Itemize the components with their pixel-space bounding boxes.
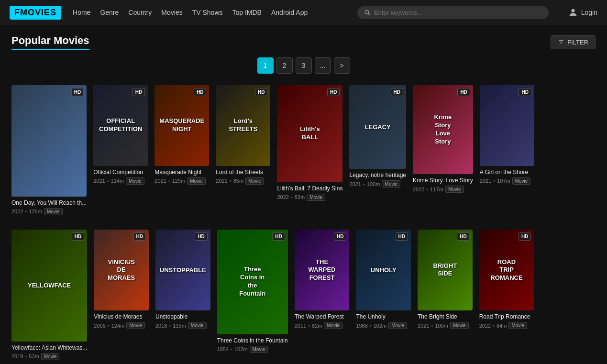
movie-card[interactable]: THE WARPED FOREST HD The Warped Forest 2…: [295, 230, 350, 360]
movie-year: 2022: [11, 209, 23, 214]
movie-type-badge: Movie: [324, 322, 342, 329]
movie-type-badge: Movie: [126, 322, 145, 329]
movie-grid-row2: YELLOWFACE HD Yellowface: Asian Whitewas…: [11, 230, 596, 360]
movie-meta: 2021 • 100m Movie: [418, 322, 473, 329]
movie-meta: 2019 • 53m Movie: [11, 353, 87, 360]
movie-title: One Day, You Will Reach th...: [11, 199, 87, 206]
movie-card[interactable]: HD A Girl on the Shore 2021 • 107m Movie: [480, 85, 534, 215]
svg-point-0: [365, 11, 369, 14]
movie-card[interactable]: YELLOWFACE HD Yellowface: Asian Whitewas…: [11, 230, 87, 360]
movie-meta: 2021 • 129m Movie: [155, 177, 209, 185]
movie-year: 1954: [217, 346, 229, 352]
page-header: Popular Movies FILTER: [11, 34, 596, 50]
user-icon: [568, 7, 578, 18]
movie-card[interactable]: Lord's STREETS HD Lord of the Streets 20…: [216, 85, 270, 215]
login-label[interactable]: Login: [581, 9, 597, 16]
movie-title: Lord of the Streets: [216, 169, 270, 176]
movie-card[interactable]: Lilith's BALL HD Lilith's Ball: 7 Deadly…: [277, 85, 342, 215]
meta-dot: •: [493, 178, 495, 184]
nav-country[interactable]: Country: [128, 9, 152, 16]
movie-year: 2019: [11, 353, 23, 359]
meta-dot: •: [25, 353, 27, 359]
movie-type-badge: Movie: [508, 322, 527, 329]
movie-meta: 2022 • 84m Movie: [479, 322, 534, 329]
movie-grid-row1: HD One Day, You Will Reach th... 2022 • …: [11, 85, 596, 215]
movie-duration: 100m: [435, 323, 448, 329]
movie-title: Vinicius de Moraes: [94, 313, 149, 320]
movie-title: The Unholy: [356, 313, 411, 320]
movie-year: 2018: [155, 323, 167, 329]
movie-title: A Girl on the Shore: [480, 169, 534, 176]
page-title: Popular Movies: [11, 34, 89, 50]
meta-dot: •: [370, 323, 372, 329]
movie-card[interactable]: ROAD TRIP ROMANCE HD Road Trip Romance 2…: [479, 230, 534, 360]
movie-card[interactable]: BRIGHT SIDE HD The Bright Side 2021 • 10…: [418, 230, 473, 360]
nav-tvshows[interactable]: TV Shows: [192, 9, 223, 16]
page-btn-3[interactable]: 3: [296, 57, 312, 74]
movie-year: 2021: [349, 181, 361, 187]
movie-card[interactable]: UNSTOPPABLE HD Unstoppable 2018 • 115m M…: [155, 230, 210, 360]
meta-dot: •: [308, 323, 310, 329]
search-input[interactable]: [374, 9, 542, 16]
meta-dot: •: [363, 181, 365, 187]
movie-duration: 107m: [497, 178, 510, 184]
movie-type-badge: Movie: [250, 346, 268, 353]
nav-topimdb[interactable]: Top IMDB: [232, 9, 262, 16]
filter-icon: [558, 39, 564, 45]
movie-card[interactable]: LEGACY HD Legacy, notre héritage 2021 • …: [349, 85, 406, 215]
movie-card[interactable]: UNHOLY HD The Unholy 1988 • 102m Movie: [356, 230, 411, 360]
page-btn-ellipsis[interactable]: ...: [315, 57, 331, 74]
movie-card[interactable]: MASQUERADE NIGHT HD Masquerade Night 202…: [155, 85, 209, 215]
movie-meta: 2021 • 114m Movie: [93, 177, 148, 185]
nav-genre[interactable]: Genre: [100, 9, 119, 16]
movie-duration: 102m: [374, 323, 387, 329]
movie-title: Lilith's Ball: 7 Deadly Sins: [277, 185, 342, 192]
movie-year: 2021: [155, 178, 166, 184]
navbar: FMOVIES Home Genre Country Movies TV Sho…: [0, 0, 607, 25]
movie-type-badge: Movie: [44, 208, 63, 215]
movie-duration: 100m: [367, 181, 380, 187]
svg-line-1: [368, 13, 370, 15]
movie-type-badge: Movie: [307, 194, 325, 201]
movie-title: The Warped Forest: [295, 313, 350, 320]
movie-meta: 2011 • 82m Movie: [295, 322, 350, 329]
movie-meta: 2022 • 126m Movie: [11, 208, 87, 215]
movie-type-badge: Movie: [382, 180, 400, 188]
meta-dot: •: [431, 323, 433, 329]
nav-androidapp[interactable]: Android App: [271, 9, 308, 16]
page-btn-1[interactable]: 1: [257, 57, 274, 74]
filter-button[interactable]: FILTER: [551, 35, 596, 49]
movie-card[interactable]: Three Coins in the Fountain HD Three Coi…: [217, 230, 288, 360]
nav-movies[interactable]: Movies: [161, 9, 182, 16]
movie-duration: 126m: [29, 209, 42, 214]
movie-year: 2022: [216, 178, 227, 184]
movie-card[interactable]: Krime Story Love Story HD Krime Story. L…: [413, 85, 473, 215]
login-area[interactable]: Login: [568, 7, 597, 18]
movie-type-badge: Movie: [388, 322, 407, 329]
movie-meta: 2022 • 82m Movie: [277, 194, 342, 201]
movie-duration: 114m: [111, 178, 124, 184]
movie-year: 2022: [413, 187, 424, 192]
meta-dot: •: [25, 209, 27, 214]
main-content: Popular Movies FILTER 1 2 3 ... > HD One…: [0, 25, 607, 364]
nav-home[interactable]: Home: [73, 9, 90, 16]
movie-type-badge: Movie: [512, 177, 531, 185]
page-btn-next[interactable]: >: [334, 57, 350, 74]
movie-type-badge: Movie: [187, 177, 206, 185]
movie-card[interactable]: OFFICIAL COMPETITION HD Official Competi…: [93, 85, 148, 215]
page-btn-2[interactable]: 2: [276, 57, 293, 74]
movie-title: Masquerade Night: [155, 169, 209, 176]
movie-meta: 2022 • 85m Movie: [216, 177, 270, 185]
filter-label: FILTER: [567, 39, 588, 46]
movie-card[interactable]: HD One Day, You Will Reach th... 2022 • …: [11, 85, 87, 215]
movie-duration: 82m: [295, 194, 305, 200]
movie-meta: 2005 • 124m Movie: [94, 322, 149, 329]
movie-duration: 129m: [172, 178, 186, 184]
site-logo[interactable]: FMOVIES: [10, 6, 61, 20]
movie-year: 2021: [93, 178, 105, 184]
movie-card[interactable]: VINICIUS DE MORAES HD Vinicius de Moraes…: [94, 230, 149, 360]
movie-duration: 82m: [312, 323, 322, 329]
movie-title: Krime Story. Love Story: [413, 177, 473, 184]
movie-type-badge: Movie: [245, 177, 264, 185]
meta-dot: •: [291, 194, 293, 200]
